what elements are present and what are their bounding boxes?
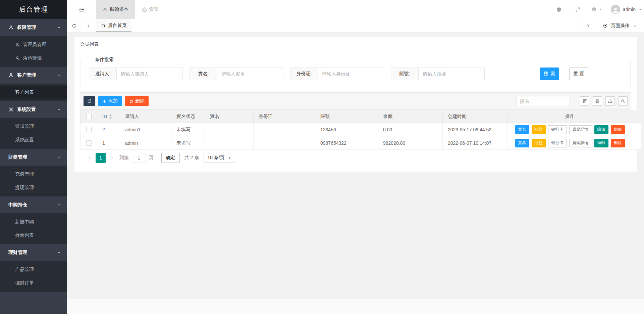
add-button[interactable]: 添加: [98, 96, 122, 106]
collapse-sidebar-button[interactable]: [67, 0, 96, 19]
user-icon: [8, 25, 14, 30]
print-button[interactable]: [593, 96, 602, 106]
table-search-input[interactable]: [516, 96, 570, 106]
scroll-tabs-right-button[interactable]: [581, 19, 595, 32]
sidebar-item-label: 持倉列表: [15, 232, 34, 238]
funds-detail-button[interactable]: 資金詳情: [569, 139, 592, 147]
topbar-tab-settings[interactable]: 设置: [135, 0, 165, 19]
search-button[interactable]: 搜 索: [540, 68, 559, 80]
column-header-account: 賬號: [315, 110, 378, 123]
member-list-card: 会员列表 条件搜索 邀請人: 實名:: [74, 37, 637, 172]
delete-button[interactable]: 删除: [611, 139, 625, 147]
edit-button[interactable]: 编辑: [594, 139, 608, 147]
zoom-search-button[interactable]: [618, 96, 628, 106]
content-area: 会员列表 条件搜索 邀請人: 實名:: [67, 33, 644, 299]
clear-cache-button[interactable]: [587, 0, 606, 19]
realname-button[interactable]: 實名: [515, 125, 529, 134]
sidebar-group-finance[interactable]: 財務管理: [0, 149, 67, 166]
sidebar-group-wealth[interactable]: 理财管理: [0, 244, 67, 261]
sidebar-item-position-list[interactable]: 持倉列表: [0, 229, 67, 242]
topbar: 振翰资本 设置 admin: [67, 0, 644, 19]
avatar: [611, 5, 620, 14]
page-number-button[interactable]: 1: [96, 153, 106, 163]
select-all-checkbox[interactable]: [86, 114, 92, 119]
edit-button[interactable]: 编辑: [594, 125, 608, 134]
delete-button[interactable]: 删除: [611, 125, 625, 134]
cell-account: 0987654322: [315, 136, 378, 150]
sidebar-item-customer-list[interactable]: 客户列表: [0, 86, 67, 99]
cell-id: 1: [97, 136, 120, 150]
total-count-label: 共 2 条: [184, 155, 199, 161]
table-row: 1 admin 未填写 0987654322 982020.00 2022-06…: [80, 136, 641, 150]
sidebar-group-label: 权限管理: [17, 25, 36, 31]
sort-icon[interactable]: [109, 114, 112, 119]
goto-page-input[interactable]: [132, 153, 146, 163]
app-root: 后台管理 权限管理 管理员管理 角色管理: [0, 0, 644, 314]
tab-home[interactable]: 后台首页: [96, 19, 131, 32]
goto-confirm-button[interactable]: 确定: [161, 153, 180, 163]
export-button[interactable]: [605, 96, 615, 106]
prev-page-button[interactable]: [85, 153, 94, 163]
bankcard-button[interactable]: 银行卡: [548, 139, 567, 147]
sidebar-item-recharge-manage[interactable]: 充值管理: [0, 168, 67, 181]
fullscreen-button[interactable]: [569, 0, 587, 19]
user-menu[interactable]: admin: [606, 5, 644, 14]
idcard-input[interactable]: [318, 68, 384, 80]
sidebar-item-wealth-orders[interactable]: 理财订单: [0, 276, 67, 290]
sidebar-group-subscription[interactable]: 申购持仓: [0, 196, 67, 213]
cell-idcard: [254, 136, 315, 150]
batch-delete-button[interactable]: 删除: [125, 96, 149, 106]
refresh-tab-button[interactable]: [67, 19, 82, 32]
column-header-realname-status: 實名状态: [171, 110, 205, 123]
goto-suffix-label: 页: [149, 155, 154, 161]
page-size-select[interactable]: 10 条/页: [204, 153, 235, 163]
trash-icon: [129, 99, 133, 103]
language-button[interactable]: [550, 0, 569, 19]
cell-account: 123456: [315, 123, 378, 136]
account-label: 賬號:: [391, 68, 419, 80]
sidebar-group-customers[interactable]: 客户管理: [0, 67, 67, 84]
sidebar-group-label: 財務管理: [8, 154, 27, 160]
inviter-input[interactable]: [117, 68, 182, 80]
sidebar-item-channel-manage[interactable]: 通道管理: [0, 120, 67, 133]
reset-button[interactable]: 重 置: [569, 68, 588, 80]
sidebar-item-system-settings[interactable]: 系统設置: [0, 133, 67, 147]
sidebar-item-admin-manage[interactable]: 管理员管理: [0, 38, 67, 51]
inviter-label: 邀請人:: [89, 68, 117, 80]
sidebar-group-label: 系统設置: [17, 106, 36, 113]
nav-group-finance: 財務管理 充值管理 提现管理: [0, 149, 67, 196]
chevron-up-icon: [57, 203, 61, 207]
sidebar-item-product-manage[interactable]: 产品管理: [0, 263, 67, 276]
column-header-inviter: 邀請人: [120, 110, 171, 123]
columns-filter-button[interactable]: [580, 96, 589, 106]
funds-detail-button[interactable]: 資金詳情: [569, 125, 592, 134]
status-button[interactable]: 狀態: [532, 125, 546, 134]
next-page-button[interactable]: [107, 153, 116, 163]
column-header-created: 创建时间: [443, 110, 508, 123]
nav-sub-subscription: 新股申购 持倉列表: [0, 213, 67, 244]
sidebar-item-withdraw-manage[interactable]: 提现管理: [0, 181, 67, 194]
scroll-tabs-left-button[interactable]: [82, 19, 96, 32]
page-operations-dropdown[interactable]: 页面操作: [595, 19, 644, 32]
sidebar-item-ipo-subscription[interactable]: 新股申购: [0, 215, 67, 229]
column-header-operations: 操作: [508, 110, 632, 123]
card-body: 条件搜索 邀請人: 實名: 身份证:: [74, 51, 637, 172]
row-checkbox[interactable]: [86, 127, 92, 132]
row-checkbox[interactable]: [86, 140, 92, 146]
refresh-table-button[interactable]: [84, 96, 95, 106]
realname-input[interactable]: [217, 68, 283, 80]
sidebar-group-system[interactable]: 系统設置: [0, 101, 67, 118]
status-button[interactable]: 狀態: [532, 139, 546, 147]
realname-button[interactable]: 實名: [515, 139, 529, 147]
bankcard-button[interactable]: 银行卡: [548, 125, 567, 134]
sidebar-group-label: 客户管理: [17, 72, 36, 78]
topbar-tab-company[interactable]: 振翰资本: [96, 0, 135, 19]
sidebar-item-role-manage[interactable]: 角色管理: [0, 51, 67, 65]
sidebar-item-label: 管理员管理: [23, 42, 46, 48]
topbar-tab-label: 设置: [149, 6, 159, 12]
account-input[interactable]: [419, 68, 484, 80]
sidebar-item-label: 新股申购: [15, 219, 34, 225]
nav-group-system: 系统設置 通道管理 系统設置: [0, 101, 67, 149]
sidebar-group-permissions[interactable]: 权限管理: [0, 19, 67, 36]
account-field-group: 賬號:: [391, 68, 485, 80]
